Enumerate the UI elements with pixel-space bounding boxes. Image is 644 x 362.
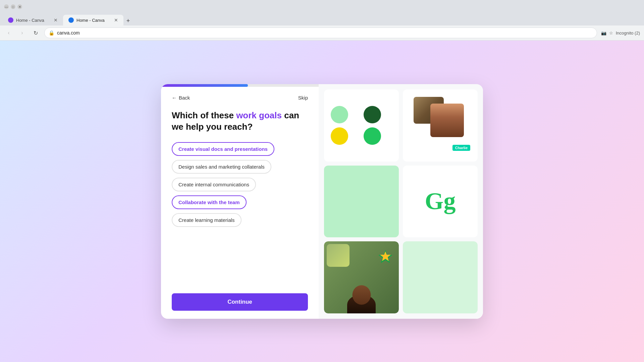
title-bar: — □ ✕ xyxy=(0,0,644,13)
option-label-5: Create learning materials xyxy=(178,217,235,223)
right-row-3 xyxy=(324,241,478,313)
browser-chrome: — □ ✕ Home - Canva ✕ Home - Canva ✕ + ‹ … xyxy=(0,0,644,41)
star-badge xyxy=(378,250,393,266)
person-photo-card xyxy=(324,241,399,313)
photo-stack: Charlie xyxy=(407,94,474,158)
address-bar: ‹ › ↻ 🔒 canva.com 📷 ☆ Incognito (2) xyxy=(0,25,644,40)
right-row-1: Charlie xyxy=(324,89,478,162)
skip-button[interactable]: Skip xyxy=(298,95,308,101)
camera-off-icon: 📷 xyxy=(601,31,606,36)
main-content: ← Back Skip Which of these work goals ca… xyxy=(0,41,644,362)
option-label-2: Design sales and marketing collaterals xyxy=(178,164,265,170)
close-button[interactable]: ✕ xyxy=(17,4,22,9)
window-controls: — □ ✕ xyxy=(4,4,22,9)
green-rect-card xyxy=(324,166,399,238)
bookmark-icon[interactable]: ☆ xyxy=(609,31,613,36)
tab-label-2: Home - Canva xyxy=(76,18,105,23)
tab-close-1[interactable]: ✕ xyxy=(54,17,58,23)
option-label-3: Create internal communications xyxy=(178,182,249,187)
back-button[interactable]: ← Back xyxy=(172,95,190,101)
color-dots-card xyxy=(324,89,399,162)
gg-card: Gg xyxy=(403,166,478,238)
charlie-badge: Charlie xyxy=(452,145,470,151)
option-label-4: Collaborate with the team xyxy=(178,199,240,205)
tab-2[interactable]: Home - Canva ✕ xyxy=(63,15,123,25)
minimize-button[interactable]: — xyxy=(4,4,9,9)
option-label-1: Create visual docs and presentations xyxy=(178,146,268,152)
tab-favicon-1 xyxy=(8,17,13,23)
back-label: Back xyxy=(179,95,190,101)
question-prefix: Which of these xyxy=(172,110,236,120)
option-internal-comms[interactable]: Create internal communications xyxy=(172,178,256,191)
option-design-sales[interactable]: Design sales and marketing collaterals xyxy=(172,160,271,174)
gg-text: Gg xyxy=(425,187,455,215)
progress-bar xyxy=(161,84,319,87)
back-nav-button[interactable]: ‹ xyxy=(4,28,13,38)
flower-bg xyxy=(327,244,350,267)
right-row-2: Gg xyxy=(324,166,478,238)
dot-bright-green xyxy=(364,127,381,145)
photo-collage: Charlie xyxy=(403,89,478,162)
dot-light-green xyxy=(331,106,348,123)
progress-fill xyxy=(161,84,248,87)
photo-person xyxy=(430,104,464,137)
maximize-button[interactable]: □ xyxy=(11,4,15,9)
tabs-bar: Home - Canva ✕ Home - Canva ✕ + xyxy=(0,13,644,25)
address-icons: 📷 ☆ Incognito (2) xyxy=(601,31,640,36)
tab-favicon-2 xyxy=(68,17,74,23)
option-collaborate[interactable]: Collaborate with the team xyxy=(172,195,247,209)
url-bar[interactable]: 🔒 canva.com xyxy=(44,27,597,38)
option-learning-materials[interactable]: Create learning materials xyxy=(172,213,241,227)
lock-icon: 🔒 xyxy=(49,30,54,36)
question-title: Which of these work goals can we help yo… xyxy=(172,110,308,133)
new-tab-button[interactable]: + xyxy=(123,16,133,25)
url-text: canva.com xyxy=(57,30,593,36)
tab-1[interactable]: Home - Canva ✕ xyxy=(3,15,63,25)
incognito-label: Incognito (2) xyxy=(616,31,640,36)
tab-label-1: Home - Canva xyxy=(16,18,44,23)
continue-button[interactable]: Continue xyxy=(172,293,308,311)
panel-inner: ← Back Skip Which of these work goals ca… xyxy=(161,87,319,293)
forward-nav-button[interactable]: › xyxy=(17,28,27,38)
refresh-button[interactable]: ↻ xyxy=(31,28,40,38)
option-create-visual-docs[interactable]: Create visual docs and presentations xyxy=(172,142,274,156)
green-light-card xyxy=(403,241,478,313)
back-arrow-icon: ← xyxy=(172,95,177,101)
question-highlight: work goals xyxy=(236,110,282,120)
dot-dark-green xyxy=(364,106,381,123)
options-list: Create visual docs and presentations Des… xyxy=(172,142,308,285)
nav-row: ← Back Skip xyxy=(172,95,308,101)
tab-close-2[interactable]: ✕ xyxy=(114,17,118,23)
left-panel: ← Back Skip Which of these work goals ca… xyxy=(161,84,319,319)
dot-yellow xyxy=(331,127,348,145)
dialog-container: ← Back Skip Which of these work goals ca… xyxy=(161,84,483,319)
person-silhouette xyxy=(347,295,376,313)
right-panel: Charlie Gg xyxy=(319,84,483,319)
